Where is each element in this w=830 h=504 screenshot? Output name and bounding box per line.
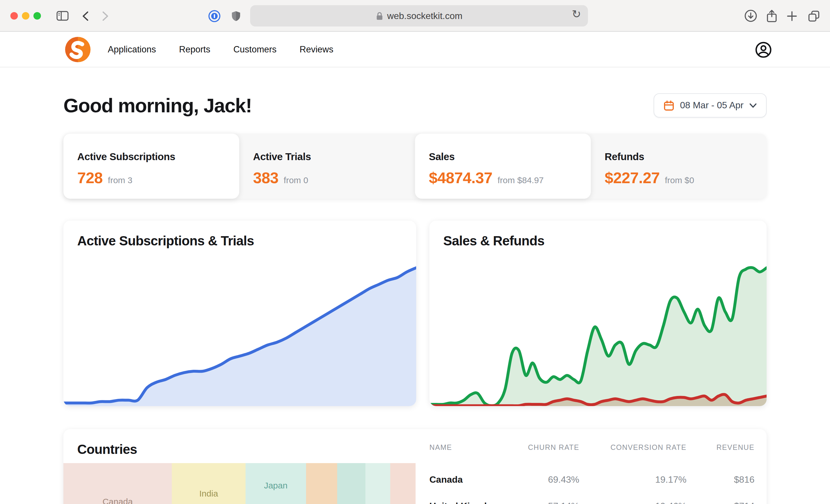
page-title: Good morning, Jack!: [63, 94, 252, 116]
nav-item-reports[interactable]: Reports: [179, 44, 211, 55]
conversion-rate-value: 19.17%: [579, 473, 687, 486]
countries-card: Countries CanadaIndiaJapan NAME CHURN RA…: [63, 429, 767, 504]
onepassword-icon: [208, 9, 221, 22]
stats-row: Active Subscriptions 728from 3 Active Tr…: [63, 134, 767, 199]
churn-rate-value: 57.14%: [516, 500, 579, 504]
user-avatar-icon: [754, 41, 772, 59]
account-menu-button[interactable]: [754, 40, 772, 59]
countries-title: Countries: [63, 429, 416, 457]
stat-value: $4874.37: [429, 169, 492, 187]
treemap-block: India: [172, 463, 245, 504]
lock-icon: [376, 11, 383, 21]
socketkit-logo-icon: [65, 36, 91, 63]
url-text: web.socketkit.com: [387, 11, 462, 21]
stat-value: 728: [77, 169, 103, 187]
stat-title: Refunds: [605, 151, 767, 163]
sidebar-toggle-button[interactable]: [54, 0, 70, 32]
new-tab-button[interactable]: [784, 0, 800, 32]
tab-overview-button[interactable]: [806, 0, 822, 32]
sales-refunds-chart-card: Sales & Refunds: [429, 221, 767, 406]
stat-delta: from $84.97: [498, 175, 544, 185]
sidebar-icon: [56, 11, 68, 21]
nav-item-reviews[interactable]: Reviews: [300, 44, 333, 55]
col-header-revenue: REVENUE: [687, 443, 755, 451]
downloads-button[interactable]: [742, 0, 759, 32]
col-header-name: NAME: [429, 443, 516, 451]
tabs-icon: [807, 9, 820, 22]
share-button[interactable]: [764, 0, 780, 32]
safari-window: web.socketkit.com ↻ Applications Reports: [0, 0, 830, 504]
dashboard: Good morning, Jack! 08 Mar - 05 Apr Acti…: [63, 93, 767, 504]
stat-title: Active Trials: [253, 151, 415, 163]
chart-title: Active Subscriptions & Trials: [63, 221, 416, 249]
subscriptions-area-chart: [63, 265, 416, 406]
chart-title: Sales & Refunds: [429, 221, 767, 249]
treemap-block: Canada: [63, 463, 172, 504]
chevron-down-icon: [749, 103, 757, 108]
stat-delta: from 0: [284, 175, 308, 185]
shield-icon: [231, 10, 241, 22]
treemap-block: [390, 463, 416, 504]
stat-value: $227.27: [605, 169, 660, 187]
col-header-conversion-rate: CONVERSION RATE: [579, 443, 687, 451]
nav-links: Applications Reports Customers Reviews: [108, 44, 333, 55]
stat-value: 383: [253, 169, 278, 187]
date-range-picker[interactable]: 08 Mar - 05 Apr: [653, 93, 767, 117]
stat-title: Sales: [429, 151, 591, 163]
close-window-button[interactable]: [10, 12, 18, 20]
share-icon: [766, 9, 777, 23]
treemap-block: [365, 463, 390, 504]
plus-icon: [786, 10, 798, 22]
treemap-country-label: Japan: [246, 480, 306, 490]
zoom-window-button[interactable]: [33, 12, 41, 20]
nav-item-customers[interactable]: Customers: [233, 44, 277, 55]
conversion-rate-value: 19.46%: [579, 500, 687, 504]
download-icon: [744, 9, 757, 23]
revenue-value: $816: [687, 473, 755, 486]
treemap-block: [306, 463, 338, 504]
treemap-block: Japan: [246, 463, 306, 504]
stat-delta: from $0: [665, 175, 694, 185]
date-range-label: 08 Mar - 05 Apr: [680, 100, 743, 110]
churn-rate-value: 69.43%: [516, 473, 579, 486]
stat-card-active-subscriptions[interactable]: Active Subscriptions 728from 3: [63, 134, 239, 199]
back-chevron-icon: [82, 11, 89, 21]
stat-card-refunds[interactable]: Refunds $227.27from $0: [591, 134, 767, 199]
browser-chrome: web.socketkit.com ↻: [0, 0, 830, 32]
treemap-country-label: Canada: [63, 497, 172, 504]
privacy-shield-button[interactable]: [228, 0, 244, 32]
socketkit-logo[interactable]: [65, 36, 91, 63]
table-row: United Kingdom 57.14% 19.46% $714: [429, 500, 755, 504]
country-name: United Kingdom: [429, 500, 516, 504]
revenue-value: $714: [687, 500, 755, 504]
stat-card-active-trials[interactable]: Active Trials 383from 0: [239, 134, 415, 199]
minimize-window-button[interactable]: [22, 12, 29, 20]
address-bar[interactable]: web.socketkit.com ↻: [250, 5, 588, 27]
col-header-churn-rate: CHURN RATE: [516, 443, 579, 451]
forward-chevron-icon: [102, 11, 109, 21]
sales-refunds-area-chart: [429, 265, 767, 406]
subscriptions-trials-chart-card: Active Subscriptions & Trials: [63, 221, 416, 406]
calendar-icon: [663, 100, 674, 111]
table-row: Canada 69.43% 19.17% $816: [429, 473, 755, 486]
stat-card-sales[interactable]: Sales $4874.37from $84.97: [415, 134, 591, 199]
treemap-block: [338, 463, 365, 504]
stat-title: Active Subscriptions: [77, 151, 239, 163]
table-header-row: NAME CHURN RATE CONVERSION RATE REVENUE: [429, 443, 755, 451]
country-name: Canada: [429, 473, 516, 486]
app-navbar: Applications Reports Customers Reviews: [0, 32, 830, 67]
countries-treemap: CanadaIndiaJapan: [63, 463, 416, 504]
treemap-country-label: India: [172, 489, 245, 498]
countries-table: NAME CHURN RATE CONVERSION RATE REVENUE …: [416, 429, 767, 504]
stat-delta: from 3: [108, 175, 132, 185]
nav-item-applications[interactable]: Applications: [108, 44, 156, 55]
password-extension-button[interactable]: [206, 0, 222, 32]
reload-button[interactable]: ↻: [572, 7, 581, 21]
forward-button[interactable]: [97, 0, 114, 32]
back-button[interactable]: [77, 0, 93, 32]
traffic-lights: [10, 12, 41, 20]
